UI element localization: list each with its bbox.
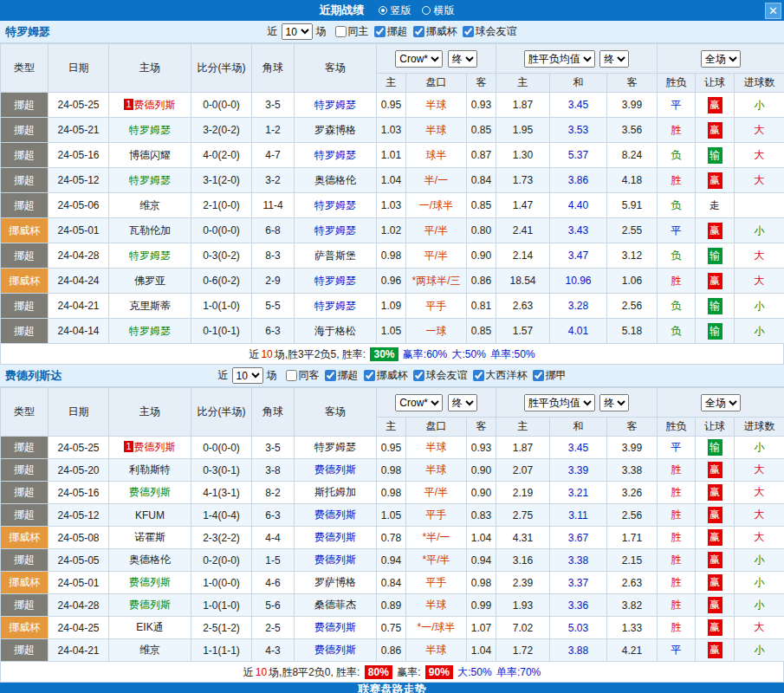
- near-count-select[interactable]: 10: [282, 23, 313, 40]
- filter-option[interactable]: 大西洋杯: [473, 368, 528, 383]
- avg-away-odds: 2.56: [607, 294, 658, 319]
- filter-checkbox[interactable]: [325, 370, 336, 381]
- match-date: 24-05-12: [49, 504, 109, 527]
- bookmaker-select[interactable]: Crow*: [395, 50, 443, 68]
- filter-label: 大西洋杯: [486, 368, 528, 383]
- match-row: 挪威杯24-04-25EIK通2-5(1-2)2-5费德列斯0.75*一/球半1…: [1, 617, 784, 639]
- avg-home-odds: 2.07: [496, 459, 550, 482]
- close-icon[interactable]: ✕: [765, 3, 781, 19]
- filter-checkbox[interactable]: [413, 370, 424, 381]
- avg-away-odds: 8.24: [607, 143, 658, 168]
- section-away-team: 费德列斯达 近 10 场 同客挪超挪威杯球会友谊大西洋杯挪甲 类型 日期 主场 …: [0, 365, 784, 683]
- avg-select[interactable]: 胜平负均值: [524, 50, 595, 68]
- team-name: 特罗姆瑟: [129, 174, 171, 186]
- avg-select[interactable]: 胜平负均值: [524, 394, 595, 411]
- match-row: 挪超24-05-251费德列斯0-0(0-0)3-5特罗姆瑟0.95半球0.93…: [1, 93, 784, 118]
- final-select[interactable]: 终: [448, 50, 477, 68]
- away-team: 特罗姆瑟: [295, 294, 377, 319]
- team-name: EIK通: [136, 621, 163, 633]
- filter-checkbox[interactable]: [473, 370, 484, 381]
- games-label: 场: [316, 24, 327, 39]
- filter-option[interactable]: 挪甲: [533, 368, 567, 383]
- avg-group-header: 胜平负均值 终: [496, 44, 658, 74]
- score: 1-0(1-0): [191, 594, 252, 617]
- final-select[interactable]: 终: [448, 394, 477, 411]
- avg-home-odds: 7.02: [496, 617, 550, 639]
- near-count-select[interactable]: 10: [232, 367, 263, 384]
- score: 1-4(0-4): [191, 504, 252, 527]
- away-team: 费德列斯: [295, 549, 377, 572]
- handicap-home-odds: 1.04: [377, 168, 406, 193]
- team-name: 佛罗亚: [134, 275, 165, 287]
- league-tag: 挪超: [1, 437, 49, 459]
- handicap-home-odds: 0.98: [377, 243, 406, 269]
- match-row: 挪超24-05-12KFUM1-4(0-4)6-3费德列斯1.05平手0.832…: [1, 504, 784, 527]
- bookmaker-select[interactable]: Crow*: [395, 394, 443, 411]
- away-team: 特罗姆瑟: [295, 143, 377, 168]
- handicap-home-odds: 0.96: [377, 269, 406, 294]
- layout-vertical-radio[interactable]: 竖版: [379, 3, 411, 18]
- handicap-home-odds: 0.75: [377, 617, 406, 639]
- summary-part: 近: [243, 666, 254, 678]
- team-name: 特罗姆瑟: [314, 300, 356, 312]
- away-team: 特罗姆瑟: [295, 218, 377, 243]
- summary-part: 大:50%: [455, 666, 492, 678]
- bottom-nav-tab[interactable]: 联赛盘路走势: [0, 683, 784, 693]
- result-goals: 大: [735, 459, 784, 482]
- filter-checkbox[interactable]: [335, 26, 347, 37]
- avg-home-odds: 2.14: [496, 243, 550, 269]
- filter-option[interactable]: 同主: [335, 24, 369, 39]
- filter-checkbox[interactable]: [374, 26, 386, 37]
- handicap-away-odds: 0.85: [467, 118, 496, 143]
- team-name: 特罗姆瑟: [314, 199, 356, 211]
- summary-part: 10: [256, 666, 267, 678]
- result-goals: 大: [735, 504, 784, 527]
- filter-option[interactable]: 球会友谊: [463, 24, 517, 39]
- avg-away-odds: 3.56: [607, 118, 658, 143]
- filter-option[interactable]: 挪威杯: [413, 24, 457, 39]
- home-team: 特罗姆瑟: [109, 168, 191, 193]
- final-select[interactable]: 终: [599, 50, 629, 68]
- filter-option[interactable]: 挪超: [374, 24, 408, 39]
- filter-option[interactable]: 挪威杯: [364, 368, 408, 383]
- result-handicap: 输: [696, 294, 735, 319]
- result-goals: 小: [735, 294, 784, 319]
- league-tag: 挪超: [1, 168, 49, 193]
- avg-draw-odds: 3.37: [550, 572, 607, 594]
- avg-home-odds: 1.30: [496, 143, 550, 168]
- filter-checkbox[interactable]: [533, 370, 544, 381]
- league-tag: 挪超: [1, 243, 49, 269]
- home-team: KFUM: [109, 504, 191, 527]
- result-wdl: 负: [658, 294, 696, 319]
- games-label: 场: [267, 368, 277, 383]
- result-goals: 小: [735, 594, 784, 617]
- filter-option[interactable]: 同客: [286, 368, 320, 383]
- result-handicap: 输: [696, 143, 735, 168]
- scope-select[interactable]: 全场: [701, 394, 741, 411]
- handicap-result-badge: 赢: [708, 507, 722, 523]
- section-header: 特罗姆瑟 近 10 场 同主挪超挪威杯球会友谊: [0, 21, 784, 43]
- handicap-result-badge: 赢: [708, 484, 722, 501]
- filter-checkbox[interactable]: [413, 26, 424, 37]
- filter-checkbox[interactable]: [286, 370, 297, 381]
- handicap-result-badge: 输: [708, 323, 722, 340]
- filter-option[interactable]: 球会友谊: [413, 368, 468, 383]
- match-date: 24-05-05: [49, 549, 109, 572]
- filter-option[interactable]: 挪超: [325, 368, 359, 383]
- section-home-team: 特罗姆瑟 近 10 场 同主挪超挪威杯球会友谊 类型 日期 主场 比分(半场) …: [0, 21, 784, 365]
- summary-part: 大:50%: [449, 348, 486, 360]
- avg-home-odds: 2.19: [496, 482, 550, 504]
- scope-select[interactable]: 全场: [701, 50, 741, 68]
- away-team: 费德列斯: [295, 504, 377, 527]
- layout-horizontal-radio[interactable]: 横版: [422, 3, 455, 18]
- final-select[interactable]: 终: [599, 394, 629, 411]
- handicap-result-badge: 赢: [708, 122, 722, 139]
- filter-checkbox[interactable]: [463, 26, 474, 37]
- col-type: 类型: [1, 44, 49, 93]
- match-row: 挪威杯24-04-24佛罗亚0-6(0-2)2-9特罗姆瑟0.96*两球半/三0…: [1, 269, 784, 294]
- avg-home-odds: 1.87: [496, 437, 550, 459]
- score: 2-5(1-2): [191, 617, 252, 639]
- filter-checkbox[interactable]: [364, 370, 375, 381]
- filter-bar: 近 10 场 同主挪超挪威杯球会友谊: [0, 21, 784, 42]
- handicap-away-odds: 0.86: [467, 269, 496, 294]
